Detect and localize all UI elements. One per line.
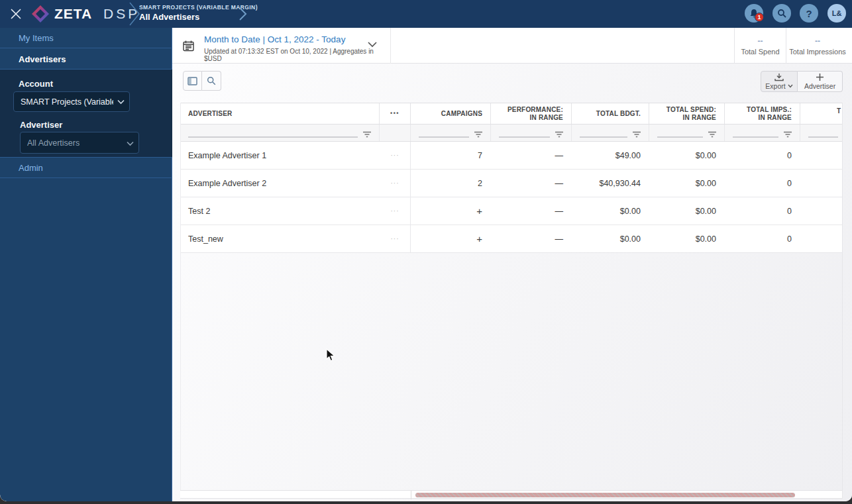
cell-total-budget: $49.00 [572,142,649,169]
calendar-icon [183,40,194,52]
top-bar: ZETA DSP SMART PROJECTS (VARIABLE MARGIN… [0,0,852,28]
column-label: ADVERTISER [188,110,232,118]
grid-tools-group [183,71,221,91]
cell-performance: — [491,142,572,169]
cell-advertiser[interactable]: Example Advertiser 2 [180,170,380,197]
cell-truncated [800,197,842,225]
cell-total-spend: $0.00 [649,170,725,197]
grid-left-border [180,103,181,499]
date-range-selector[interactable]: Month to Date | Oct 1, 2022 - Today Upda… [172,28,391,64]
total-spend-value: -- [735,36,786,46]
account-label: Account [19,79,53,89]
filter-cell-total-imps[interactable] [725,125,800,141]
column-header-performance[interactable]: PERFORMANCE: IN RANGE [491,103,572,124]
question-mark-icon: ? [806,8,812,19]
filter-icon[interactable] [783,131,792,138]
account-select[interactable]: SMART Projects (Variable M [13,91,130,112]
cell-advertiser[interactable]: Example Advertiser 1 [180,142,380,169]
advertiser-select[interactable]: All Advertisers [20,132,139,154]
cell-total-budget: $0.00 [572,225,649,252]
sidebar-item-advertisers[interactable]: Advertisers [0,49,172,69]
sidebar: My Items Advertisers Account SMART Proje… [0,28,172,501]
date-bar: Month to Date | Oct 1, 2022 - Today Upda… [172,28,852,64]
sidebar-item-label: My Items [19,33,54,43]
search-icon [207,76,216,85]
filter-cell-performance[interactable] [491,125,572,141]
plus-icon [816,73,824,81]
filter-icon[interactable] [362,131,372,138]
scrollbar-thumb[interactable] [415,493,795,497]
filter-cell-total-spend[interactable] [649,125,725,141]
grid-search-button[interactable] [202,71,221,91]
table-row[interactable]: Test_new ··· + — $0.00 $0.00 0 [180,225,842,253]
row-more-options[interactable]: ··· [380,225,411,252]
column-header-total-budget[interactable]: TOTAL BDGT. [572,103,649,124]
cell-truncated [800,170,842,197]
filter-cell-truncated[interactable] [800,125,842,141]
row-more-options[interactable]: ··· [380,170,411,197]
column-settings-button[interactable] [183,71,202,91]
horizontal-scrollbar[interactable] [180,490,842,499]
sidebar-item-admin[interactable]: Admin [0,158,172,178]
filter-icon[interactable] [708,131,717,138]
column-header-actions[interactable]: ••• [380,103,411,124]
grid-filter-row [180,125,842,142]
help-button[interactable]: ? [800,4,818,23]
filter-icon[interactable] [555,131,564,138]
filter-input[interactable] [808,136,838,138]
cell-total-budget: $0.00 [572,197,649,225]
row-more-options[interactable]: ··· [380,197,411,225]
column-label: PERFORMANCE: IN RANGE [502,106,563,121]
search-icon [777,9,786,18]
filter-input[interactable] [733,136,778,138]
filter-input[interactable] [657,136,703,138]
row-more-options[interactable]: ··· [380,142,411,169]
column-header-campaigns[interactable]: CAMPAIGNS [411,103,491,124]
column-header-truncated[interactable]: T [800,103,842,124]
total-impressions-label: Total Impressions [786,48,849,56]
table-row[interactable]: Example Advertiser 2 ··· 2 — $40,930.44 … [180,170,842,197]
close-icon[interactable] [9,7,23,21]
cell-total-imps: 0 [725,142,800,169]
filter-input[interactable] [188,136,358,138]
breadcrumb-next-icon[interactable] [236,1,250,26]
filter-cell-advertiser[interactable] [180,125,380,141]
total-impressions-value: -- [786,36,849,46]
account-select-value: SMART Projects (Variable M [21,97,113,107]
advertisers-grid: ADVERTISER ••• CAMPAIGNS PERFORMANCE: IN… [180,103,842,424]
export-button[interactable]: Export [761,71,798,92]
table-row[interactable]: Example Advertiser 1 ··· 7 — $49.00 $0.0… [180,142,842,170]
filter-cell-campaigns[interactable] [411,125,491,141]
filter-cell-actions [380,125,411,141]
filter-input[interactable] [419,136,469,138]
brand-zeta: ZETA [54,6,92,22]
chevron-down-icon [127,141,134,146]
cell-campaigns-add[interactable]: + [411,197,491,225]
search-button[interactable] [772,4,791,23]
sidebar-item-my-items[interactable]: My Items [0,28,172,48]
filter-cell-total-budget[interactable] [572,125,649,141]
cell-campaigns: 2 [411,170,491,197]
add-advertiser-button[interactable]: Advertiser [798,71,843,92]
filter-icon[interactable] [632,131,641,138]
filter-input[interactable] [499,136,550,138]
cell-performance: — [491,225,572,252]
column-header-advertiser[interactable]: ADVERTISER [180,103,380,124]
add-advertiser-label: Advertiser [804,82,835,90]
column-header-total-imps[interactable]: TOTAL IMPS.: IN RANGE [725,103,800,124]
cell-advertiser[interactable]: Test_new [180,225,380,252]
notifications-button[interactable]: 1 [745,4,763,23]
column-header-total-spend[interactable]: TOTAL SPEND: IN RANGE [649,103,725,124]
user-avatar[interactable]: L& [827,4,846,23]
chevron-down-icon[interactable] [367,41,378,48]
filter-icon[interactable] [474,131,483,138]
chevron-down-icon [117,99,125,105]
cell-campaigns-add[interactable]: + [411,225,491,252]
table-row[interactable]: Test 2 ··· + — $0.00 $0.00 0 [180,197,842,225]
notification-badge: 1 [755,13,764,22]
filter-input[interactable] [580,136,627,138]
cell-total-budget: $40,930.44 [572,170,649,197]
cell-advertiser[interactable]: Test 2 [180,197,380,225]
zeta-logo-icon [32,5,49,23]
cell-campaigns: 7 [411,142,491,169]
